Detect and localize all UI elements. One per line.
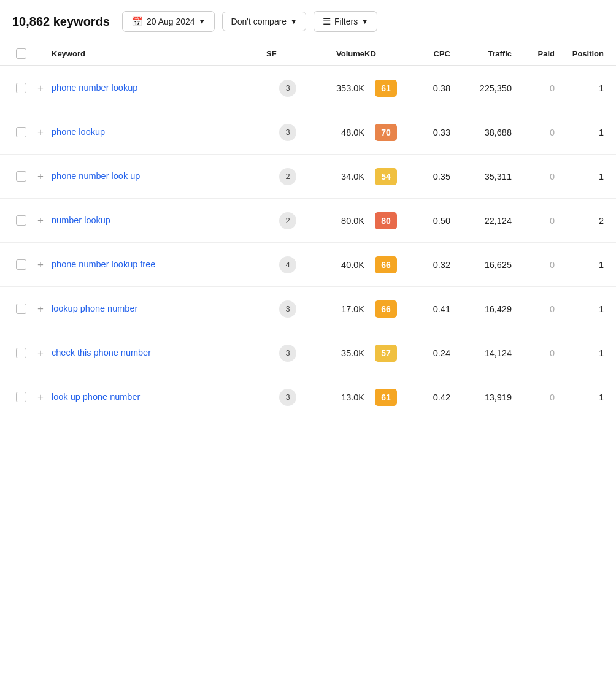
row-volume-cell-6: 35.0K bbox=[309, 348, 364, 358]
add-button-1[interactable]: + bbox=[35, 125, 46, 140]
table-row: + look up phone number 3 13.0K 61 0.42 1… bbox=[0, 375, 616, 419]
table-header: Keyword SF Volume KD CPC Traffic Paid Po… bbox=[0, 42, 616, 66]
cpc-value-1: 0.33 bbox=[433, 128, 450, 137]
header-keyword: Keyword bbox=[52, 48, 266, 59]
row-volume-cell-4: 40.0K bbox=[309, 260, 364, 270]
row-position-cell-1: 1 bbox=[555, 128, 604, 137]
row-sf-cell-4: 4 bbox=[266, 256, 309, 273]
row-volume-cell-1: 48.0K bbox=[309, 128, 364, 137]
compare-chevron-icon: ▼ bbox=[290, 18, 297, 25]
keyword-link-7[interactable]: look up phone number bbox=[52, 391, 140, 403]
kd-badge-7: 61 bbox=[375, 389, 397, 406]
row-position-cell-6: 1 bbox=[555, 348, 604, 358]
row-paid-cell-1: 0 bbox=[512, 128, 555, 137]
row-keyword-cell-0: phone number lookup bbox=[52, 82, 266, 94]
row-checkbox-1[interactable] bbox=[16, 127, 26, 137]
keyword-link-3[interactable]: number lookup bbox=[52, 214, 110, 226]
compare-button[interactable]: Don't compare ▼ bbox=[222, 12, 307, 31]
table-row: + phone number lookup free 4 40.0K 66 0.… bbox=[0, 243, 616, 287]
row-paid-cell-2: 0 bbox=[512, 172, 555, 182]
row-position-cell-3: 2 bbox=[555, 216, 604, 226]
sf-badge-1: 3 bbox=[279, 124, 296, 141]
table-row: + check this phone number 3 35.0K 57 0.2… bbox=[0, 331, 616, 375]
row-kd-cell-7: 61 bbox=[364, 389, 407, 406]
row-checkbox-5[interactable] bbox=[16, 304, 26, 314]
row-checkbox-3[interactable] bbox=[16, 215, 26, 226]
row-keyword-cell-7: look up phone number bbox=[52, 391, 266, 403]
row-checkbox-cell bbox=[0, 348, 29, 358]
table-row: + lookup phone number 3 17.0K 66 0.41 16… bbox=[0, 287, 616, 331]
paid-value-5: 0 bbox=[550, 304, 555, 314]
table-row: + number lookup 2 80.0K 80 0.50 22,124 0… bbox=[0, 199, 616, 243]
add-button-6[interactable]: + bbox=[35, 346, 46, 361]
keyword-link-5[interactable]: lookup phone number bbox=[52, 302, 137, 315]
row-keyword-cell-3: number lookup bbox=[52, 214, 266, 226]
position-value-1: 1 bbox=[599, 128, 604, 137]
header-traffic: Traffic bbox=[450, 48, 512, 59]
row-position-cell-5: 1 bbox=[555, 304, 604, 314]
row-position-cell-7: 1 bbox=[555, 392, 604, 402]
row-add-cell-2: + bbox=[29, 169, 52, 184]
keyword-link-2[interactable]: phone number look up bbox=[52, 170, 140, 182]
traffic-value-1: 38,688 bbox=[485, 128, 512, 137]
row-add-cell-7: + bbox=[29, 390, 52, 405]
add-button-0[interactable]: + bbox=[35, 81, 46, 96]
position-value-3: 2 bbox=[599, 216, 604, 226]
row-paid-cell-0: 0 bbox=[512, 83, 555, 93]
add-button-3[interactable]: + bbox=[35, 213, 46, 228]
compare-label: Don't compare bbox=[231, 17, 287, 26]
position-value-6: 1 bbox=[599, 348, 604, 358]
row-position-cell-4: 1 bbox=[555, 260, 604, 270]
position-value-4: 1 bbox=[599, 260, 604, 270]
row-traffic-cell-7: 13,919 bbox=[450, 392, 512, 402]
row-volume-cell-3: 80.0K bbox=[309, 216, 364, 226]
row-paid-cell-7: 0 bbox=[512, 392, 555, 402]
traffic-value-2: 35,311 bbox=[485, 172, 512, 182]
add-button-2[interactable]: + bbox=[35, 169, 46, 184]
row-kd-cell-4: 66 bbox=[364, 256, 407, 273]
row-kd-cell-3: 80 bbox=[364, 212, 407, 229]
row-add-cell-6: + bbox=[29, 346, 52, 361]
row-cpc-cell-3: 0.50 bbox=[407, 216, 450, 226]
keyword-link-1[interactable]: phone lookup bbox=[52, 126, 105, 138]
row-kd-cell-1: 70 bbox=[364, 124, 407, 141]
date-button[interactable]: 📅 20 Aug 2024 ▼ bbox=[122, 11, 215, 32]
row-cpc-cell-5: 0.41 bbox=[407, 304, 450, 314]
filters-label: Filters bbox=[334, 17, 358, 26]
row-kd-cell-5: 66 bbox=[364, 300, 407, 318]
select-all-checkbox[interactable] bbox=[16, 48, 26, 59]
table-row: + phone lookup 3 48.0K 70 0.33 38,688 0 … bbox=[0, 110, 616, 155]
sf-badge-5: 3 bbox=[279, 300, 296, 318]
row-checkbox-6[interactable] bbox=[16, 348, 26, 358]
header-add-col bbox=[29, 48, 52, 59]
keyword-link-6[interactable]: check this phone number bbox=[52, 346, 151, 359]
row-cpc-cell-6: 0.24 bbox=[407, 348, 450, 358]
row-paid-cell-6: 0 bbox=[512, 348, 555, 358]
row-sf-cell-7: 3 bbox=[266, 389, 309, 406]
row-checkbox-4[interactable] bbox=[16, 259, 26, 270]
cpc-value-5: 0.41 bbox=[433, 304, 450, 314]
row-add-cell-5: + bbox=[29, 302, 52, 316]
filters-button[interactable]: ☰ Filters ▼ bbox=[314, 11, 377, 32]
row-kd-cell-0: 61 bbox=[364, 80, 407, 97]
header-volume: Volume bbox=[309, 48, 364, 59]
row-checkbox-2[interactable] bbox=[16, 171, 26, 182]
add-button-5[interactable]: + bbox=[35, 302, 46, 316]
add-button-7[interactable]: + bbox=[35, 390, 46, 405]
row-add-cell-0: + bbox=[29, 81, 52, 96]
traffic-value-5: 16,429 bbox=[485, 304, 512, 314]
keyword-link-4[interactable]: phone number lookup free bbox=[52, 258, 155, 270]
sf-badge-4: 4 bbox=[279, 256, 296, 273]
row-volume-cell-2: 34.0K bbox=[309, 172, 364, 182]
sf-badge-7: 3 bbox=[279, 389, 296, 406]
sf-badge-6: 3 bbox=[279, 345, 296, 362]
row-cpc-cell-2: 0.35 bbox=[407, 172, 450, 182]
paid-value-1: 0 bbox=[550, 128, 555, 137]
row-sf-cell-3: 2 bbox=[266, 212, 309, 229]
keyword-link-0[interactable]: phone number lookup bbox=[52, 82, 137, 94]
row-traffic-cell-4: 16,625 bbox=[450, 260, 512, 270]
row-checkbox-cell bbox=[0, 171, 29, 182]
row-checkbox-0[interactable] bbox=[16, 83, 26, 93]
row-checkbox-7[interactable] bbox=[16, 392, 26, 402]
add-button-4[interactable]: + bbox=[35, 258, 46, 272]
